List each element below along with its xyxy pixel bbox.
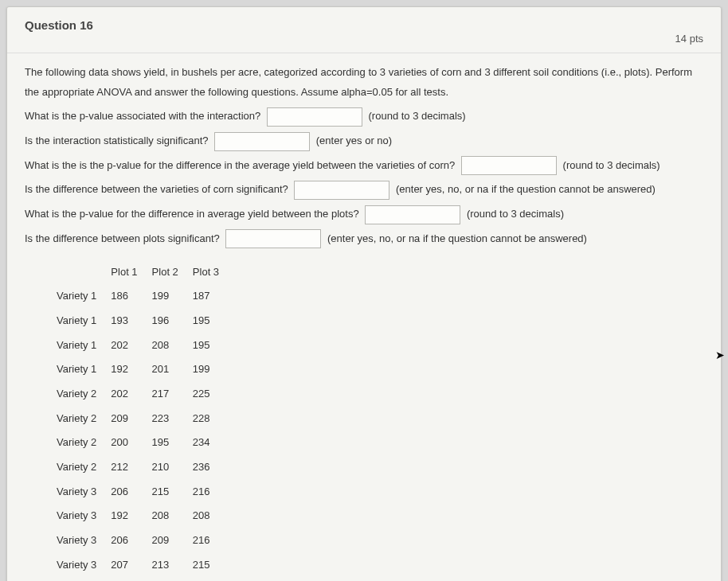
- data-table: Plot 1 Plot 2 Plot 3 Variety 1186199187V…: [57, 260, 233, 578]
- table-cell: 236: [193, 455, 233, 480]
- question-title: Question 16: [25, 18, 93, 32]
- table-cell: 186: [111, 284, 151, 309]
- table-cell: 217: [152, 382, 193, 407]
- question-line-5: What is the p-value for the difference i…: [25, 205, 703, 224]
- table-header-cell: [57, 260, 111, 285]
- table-row: Variety 2209223228: [57, 407, 233, 431]
- table-row: Variety 2200195234: [57, 431, 233, 455]
- table-cell: Variety 1: [57, 309, 111, 333]
- table-cell: 216: [193, 480, 233, 505]
- table-cell: 195: [193, 309, 233, 333]
- table-cell: 213: [152, 553, 193, 578]
- q6-prompt: Is the difference between plots signific…: [25, 232, 220, 244]
- table-cell: 215: [152, 480, 193, 505]
- table-cell: 234: [193, 431, 233, 455]
- table-cell: 196: [152, 309, 193, 333]
- table-cell: Variety 2: [57, 407, 111, 431]
- q3-hint: (round to 3 decimals): [563, 159, 660, 171]
- q1-input[interactable]: [267, 107, 362, 127]
- table-cell: 208: [152, 504, 193, 528]
- q3-input[interactable]: [461, 156, 557, 175]
- table-cell: 225: [193, 382, 233, 407]
- table-cell: 193: [111, 309, 151, 333]
- q6-input[interactable]: [225, 229, 321, 248]
- table-cell: 208: [193, 504, 233, 528]
- question-line-1: What is the p-value associated with the …: [25, 107, 703, 127]
- question-body: The following data shows yield, in bushe…: [7, 53, 721, 581]
- table-cell: 212: [111, 455, 151, 480]
- table-cell: 192: [111, 357, 151, 382]
- table-row: Variety 2212210236: [57, 455, 233, 480]
- table-cell: Variety 2: [57, 382, 111, 407]
- table-cell: 187: [193, 284, 233, 309]
- table-cell: Variety 1: [57, 284, 111, 309]
- question-header: Question 16 14 pts: [7, 7, 721, 53]
- table-cell: 199: [152, 284, 193, 309]
- q5-input[interactable]: [365, 205, 460, 224]
- table-row: Variety 3192208208: [57, 504, 233, 528]
- table-header-row: Plot 1 Plot 2 Plot 3: [57, 260, 233, 285]
- table-cell: 195: [193, 333, 233, 358]
- question-line-4: Is the difference between the varieties …: [25, 180, 703, 200]
- table-row: Variety 1192201199: [57, 357, 233, 382]
- question-card: Question 16 14 pts The following data sh…: [6, 6, 722, 581]
- table-cell: Variety 3: [57, 480, 111, 505]
- table-cell: 216: [193, 528, 233, 553]
- table-cell: Variety 3: [57, 504, 111, 528]
- q3-prompt: What is the is the p-value for the diffe…: [25, 159, 455, 171]
- table-body: Variety 1186199187Variety 1193196195Vari…: [57, 284, 233, 577]
- q2-prompt: Is the interaction statistically signifi…: [25, 135, 209, 146]
- table-row: Variety 3207213215: [57, 553, 233, 578]
- question-intro: The following data shows yield, in bushe…: [25, 63, 703, 102]
- table-cell: 192: [111, 504, 151, 528]
- table-header-cell: Plot 1: [111, 260, 151, 285]
- table-row: Variety 1186199187: [57, 284, 233, 309]
- table-row: Variety 1193196195: [57, 309, 233, 333]
- table-cell: Variety 1: [57, 333, 111, 358]
- table-cell: 209: [111, 407, 151, 431]
- table-cell: 228: [193, 407, 233, 431]
- table-cell: Variety 2: [57, 455, 111, 480]
- table-cell: 195: [152, 431, 193, 455]
- table-cell: 200: [111, 431, 151, 455]
- table-cell: 207: [111, 553, 151, 578]
- table-header-cell: Plot 3: [193, 260, 233, 285]
- table-cell: 201: [152, 357, 193, 382]
- table-cell: Variety 3: [57, 553, 111, 578]
- q5-hint: (round to 3 decimals): [467, 208, 564, 220]
- q4-prompt: Is the difference between the varieties …: [25, 183, 288, 195]
- q1-hint: (round to 3 decimals): [369, 110, 466, 122]
- table-cell: 202: [111, 382, 151, 407]
- table-cell: Variety 1: [57, 357, 111, 382]
- q6-hint: (enter yes, no, or na if the question ca…: [327, 232, 587, 244]
- table-row: Variety 2202217225: [57, 382, 233, 407]
- table-cell: 215: [193, 553, 233, 578]
- table-cell: 206: [111, 480, 151, 505]
- question-points: 14 pts: [675, 33, 703, 45]
- table-cell: Variety 2: [57, 431, 111, 455]
- table-cell: 199: [193, 357, 233, 382]
- q2-hint: (enter yes or no): [316, 135, 392, 146]
- q5-prompt: What is the p-value for the difference i…: [25, 208, 359, 220]
- table-cell: 206: [111, 528, 151, 553]
- question-line-2: Is the interaction statistically signifi…: [25, 131, 703, 151]
- table-row: Variety 3206215216: [57, 480, 233, 505]
- question-line-6: Is the difference between plots signific…: [25, 229, 703, 249]
- table-cell: Variety 3: [57, 528, 111, 553]
- question-line-3: What is the is the p-value for the diffe…: [25, 156, 703, 176]
- table-row: Variety 3206209216: [57, 528, 233, 553]
- table-row: Variety 1202208195: [57, 333, 233, 358]
- q1-prompt: What is the p-value associated with the …: [25, 110, 260, 122]
- table-cell: 210: [152, 455, 193, 480]
- table-cell: 208: [152, 333, 193, 358]
- table-cell: 202: [111, 333, 151, 358]
- table-head: Plot 1 Plot 2 Plot 3: [57, 260, 233, 285]
- table-header-cell: Plot 2: [152, 260, 193, 285]
- table-cell: 223: [152, 407, 193, 431]
- q4-input[interactable]: [294, 181, 389, 200]
- table-cell: 209: [152, 528, 193, 553]
- q4-hint: (enter yes, no, or na if the question ca…: [396, 183, 656, 195]
- q2-input[interactable]: [214, 132, 310, 151]
